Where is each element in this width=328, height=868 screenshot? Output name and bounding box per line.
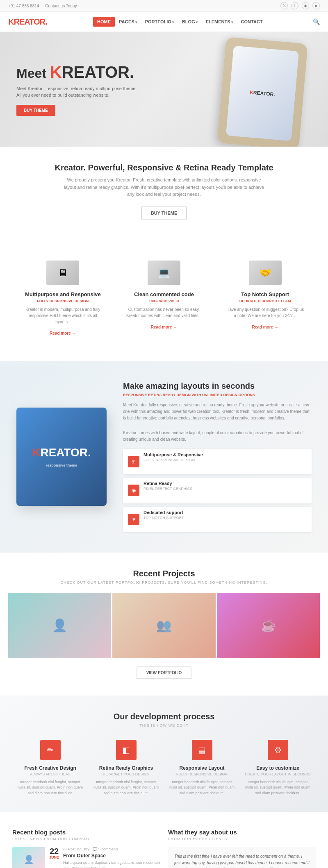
feature-desc-2: Customization has never been so easy. Kr… [124, 306, 205, 319]
phone-screen-content: KREATOR. [226, 45, 299, 141]
amazing-feature-list: ⊞ Multipurpose & Responsive FULLY RESPON… [123, 449, 312, 532]
feature-card-multipurpose: 🖥 Multipurpose and Responsive FULLY RESP… [16, 252, 109, 344]
blog-post-title-1[interactable]: From Outer Space [63, 853, 160, 859]
process-title-1: Fresh Creative Design [16, 765, 84, 771]
amazing-box-logo: KREATOR. responsive theme [32, 446, 91, 467]
nav-elements[interactable]: ELEMENTS▾ [202, 17, 237, 27]
process-title: Our development process [16, 712, 312, 721]
feature-subtitle-3: DEDICATED SUPPORT TEAM [225, 299, 305, 303]
hero-section: Meet KREATOR. Meet Kreator - responsive,… [0, 32, 328, 147]
hero-content: Meet KREATOR. Meet Kreator - responsive,… [16, 63, 139, 116]
logo-k: K [8, 17, 14, 26]
instagram-icon[interactable]: ◉ [302, 2, 309, 9]
blog-thumb-1: 👤 [12, 847, 45, 868]
blog-title: Recent blog posts [12, 829, 160, 836]
nav-links: HOME PAGES▾ PORTFOLIO▾ BLOG▾ ELEMENTS▾ C… [93, 17, 267, 27]
feature-card-support: 🤝 Top Notch Support DEDICATED SUPPORT TE… [219, 252, 312, 344]
responsive-layout-icon: ▤ [192, 740, 212, 760]
feature-icon-support: 🤝 [249, 261, 282, 285]
testimonial-quote: This is the first time I have ever felt … [168, 847, 316, 868]
nav-contact[interactable]: CONTACT [237, 17, 267, 27]
feature-title-2: Clean commented code [124, 291, 205, 297]
hero-logo-k: K [50, 63, 62, 81]
process-desc-1: Integer hendrerit nisl feugiat, semper n… [16, 780, 84, 796]
facebook-icon[interactable]: f [291, 2, 298, 9]
powerful-title: Kreator. Powerful, Responsive & Retina R… [25, 163, 303, 172]
process-section: Our development process THIS IS HOW WE D… [0, 696, 328, 813]
project-overlay-1: 👤 [8, 593, 111, 658]
process-step-3: ▤ Responsive Layout FULLY RESPONSIVE DES… [168, 740, 236, 796]
process-title-3: Responsive Layout [168, 765, 236, 771]
powerful-description: We proudly present you Kreator. Fresh, c… [61, 177, 266, 198]
nav-home[interactable]: HOME [93, 17, 115, 27]
process-sub-3: FULLY RESPONSIVE DESIGN [168, 772, 236, 776]
amazing-product-box: KREATOR. responsive theme [16, 408, 107, 506]
hero-description: Meet Kreator - responsive, retina ready … [16, 85, 139, 99]
project-card-1[interactable]: 👤 [8, 593, 111, 658]
blog-post-1: 👤 22 June 🏷 Post industry 💬 5 comments F… [12, 847, 160, 868]
amazing-feature-1: ⊞ Multipurpose & Responsive FULLY RESPON… [123, 449, 312, 474]
project-card-3[interactable]: ☕ [217, 593, 320, 658]
process-step-4: ⚙ Easy to customize CREATE YOUR LAYOUT I… [244, 740, 312, 796]
projects-title: Recent Projects [8, 569, 320, 578]
dedicated-support-text: Dedicated support TOP NOTCH SUPPORT [144, 510, 184, 529]
retina-graphics-icon: ◧ [116, 740, 137, 760]
testimonial-section: What they say about us FROM OUR HAPPY CL… [168, 829, 316, 868]
social-links: 𝕏 f ◉ ▶ [280, 2, 320, 9]
blog-category-icon-1: 🏷 Post industry [63, 847, 89, 851]
powerful-section: Kreator. Powerful, Responsive & Retina R… [0, 147, 328, 248]
amazing-feature-2: ◉ Retina Ready PIXEL PERFECT GRAPHICS [123, 478, 312, 503]
projects-grid: 👤 👥 ☕ [8, 593, 320, 658]
support-heart-icon: ♥ [128, 514, 139, 525]
amazing-feature-3: ♥ Dedicated support TOP NOTCH SUPPORT [123, 507, 312, 532]
process-sub-1: ALWAYS FRESH IDEAS [16, 772, 84, 776]
hero-logo-rest: REATOR. [62, 63, 134, 81]
process-step-1: ✏ Fresh Creative Design ALWAYS FRESH IDE… [16, 740, 84, 796]
testimonial-subtitle: FROM OUR HAPPY CLIENTS [168, 837, 316, 841]
phone-screen: KREATOR. [226, 45, 299, 141]
amazing-title: Make amazing layouts in seconds [123, 381, 312, 391]
amazing-subtitle: RESPONSIVE RETINA READY DESIGN WITH UNLI… [123, 393, 312, 397]
process-desc-3: Integer hendrerit nisl feugiat, semper n… [168, 780, 236, 796]
nav-portfolio[interactable]: PORTFOLIO▾ [141, 17, 178, 27]
feature-icon-code: 💻 [148, 261, 180, 285]
feature-readmore-2[interactable]: Read more → [151, 325, 177, 329]
feature-title-3: Top Notch Support [225, 291, 305, 297]
feature-readmore-1[interactable]: Read more → [50, 331, 76, 335]
process-sub-2: RETARGET YOUR DESIGN [92, 772, 160, 776]
amazing-desc1: Meet Kreator, fully responsive, creative… [123, 402, 312, 422]
top-bar-left: +91 47 836 6814 Contact us Today [8, 4, 77, 8]
contact-link[interactable]: Contact us Today [45, 4, 77, 8]
site-logo: KREATOR. [8, 17, 47, 27]
blog-testimonial-section: Recent blog posts LATEST NEWS FROM OUR C… [0, 812, 328, 868]
search-icon[interactable]: 🔍 [313, 18, 320, 25]
twitter-icon[interactable]: 𝕏 [280, 2, 288, 9]
hero-meet: Meet [16, 66, 46, 81]
view-portfolio-button[interactable]: VIEW PORTFOLIO [137, 666, 192, 679]
blog-meta-1: 🏷 Post industry 💬 5 comments [63, 847, 160, 851]
retina-icon: ◉ [128, 485, 139, 496]
amazing-desc2: Kreator comes with boxed and wide layout… [123, 430, 312, 443]
project-overlay-2: 👥 [112, 593, 215, 658]
vimeo-icon[interactable]: ▶ [312, 2, 320, 9]
multipurpose-icon: ⊞ [128, 456, 139, 467]
feature-readmore-3[interactable]: Read more → [252, 325, 278, 329]
feature-title-1: Multipurpose and Responsive [23, 291, 103, 297]
process-title-4: Easy to customize [244, 765, 312, 771]
project-card-2[interactable]: 👥 [112, 593, 215, 658]
phone-number: +91 47 836 6814 [8, 4, 39, 8]
feature-desc-3: Have any question or suggestion? Drop us… [225, 306, 305, 319]
powerful-buy-button[interactable]: BUY THEME [141, 206, 187, 220]
multipurpose-text: Multipurpose & Responsive FULLY RESPONSI… [144, 452, 203, 471]
hero-buy-button[interactable]: BUY THEME [16, 105, 55, 116]
process-desc-4: Integer hendrerit nisl feugiat, semper n… [244, 780, 312, 796]
nav-pages[interactable]: PAGES▾ [115, 17, 141, 27]
blog-content-1: 🏷 Post industry 💬 5 comments From Outer … [63, 847, 160, 868]
blog-excerpt-1: Nulla quam ipsum, dapibus vitae egestas … [63, 860, 160, 868]
feature-icon-multipurpose: 🖥 [46, 261, 79, 285]
easy-customize-icon: ⚙ [268, 740, 288, 760]
blog-date-1: 22 June [49, 847, 59, 868]
amazing-section: KREATOR. responsive theme Make amazing l… [0, 361, 328, 553]
hero-phone-mockup: KREATOR. [217, 37, 308, 147]
nav-blog[interactable]: BLOG▾ [178, 17, 202, 27]
